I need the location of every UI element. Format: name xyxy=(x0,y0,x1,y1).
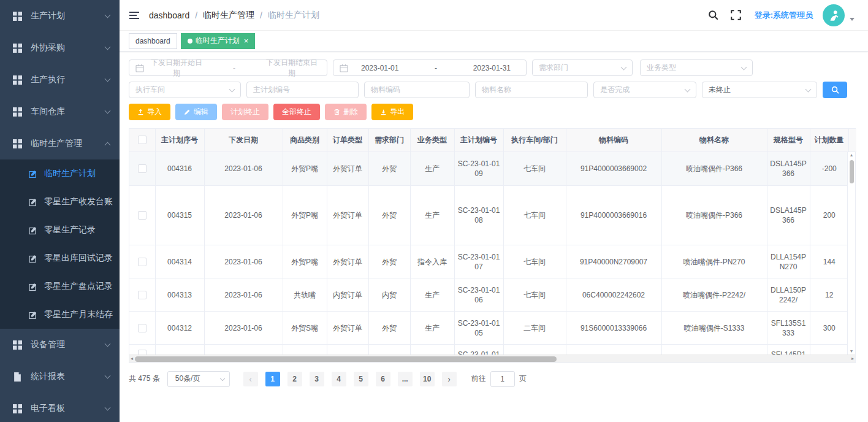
table-cell: 外贸 xyxy=(368,152,410,186)
scroll-down-icon[interactable]: ▾ xyxy=(850,348,853,355)
sidebar-item-sporadic-production-record[interactable]: 零星生产记录 xyxy=(0,216,120,244)
table-cell: 生产 xyxy=(410,186,454,245)
fullscreen-icon[interactable] xyxy=(731,10,741,20)
row-checkbox[interactable] xyxy=(138,350,147,355)
sidebar-item-label: 临时生产计划 xyxy=(44,168,120,179)
horizontal-scrollbar[interactable]: ◂ ▸ xyxy=(129,355,855,363)
sidebar-item-sporadic-outbound-record[interactable]: 零星出库回试记录 xyxy=(0,244,120,272)
avatar[interactable] xyxy=(823,4,845,26)
breadcrumb-temp-production-mgmt[interactable]: 临时生产管理 xyxy=(203,10,254,21)
table-cell: SC-23-01-01 xyxy=(454,345,503,355)
caret-down-icon[interactable] xyxy=(850,18,855,21)
scroll-left-icon[interactable]: ◂ xyxy=(131,356,133,361)
sidebar-item-sporadic-month-end-balance[interactable]: 零星生产月末结存 xyxy=(0,301,120,329)
termination-select[interactable]: 未终止 xyxy=(702,82,817,98)
sidebar-item-statistics-reports[interactable]: 统计报表 xyxy=(0,361,120,393)
sidebar-item-production-plan[interactable]: 生产计划 xyxy=(0,0,120,32)
next-page-button[interactable]: › xyxy=(442,372,457,386)
sidebar-item-label: 设备管理 xyxy=(31,339,105,350)
page-button-5[interactable]: 5 xyxy=(354,372,368,386)
sidebar-item-temp-production-plan[interactable]: 临时生产计划 xyxy=(0,159,120,188)
goto-suffix: 页 xyxy=(519,374,527,384)
sidebar-item-workshop-warehouse[interactable]: 车间仓库 xyxy=(0,96,120,128)
row-checkbox[interactable] xyxy=(138,324,147,332)
grid-icon xyxy=(13,44,22,53)
search-icon xyxy=(831,86,839,94)
dispatch-date-range-picker[interactable]: 下发日期开始日期 - 下发日期结束日期 xyxy=(129,59,327,76)
close-icon[interactable]: × xyxy=(244,37,249,45)
table-cell: DLLA154PN270 xyxy=(767,245,810,278)
search-button[interactable] xyxy=(823,82,847,98)
column-header: 执行车间/部门 xyxy=(503,129,566,152)
demand-dept-select[interactable]: 需求部门 xyxy=(532,59,633,76)
tab-dashboard[interactable]: dashboard xyxy=(129,33,177,49)
edit-button[interactable]: 编辑 xyxy=(175,104,217,120)
page-button-4[interactable]: 4 xyxy=(332,372,346,386)
table-cell xyxy=(810,345,848,355)
grid-icon xyxy=(13,340,22,350)
table-cell: 外贸订单 xyxy=(327,186,368,245)
goto-page-input[interactable] xyxy=(490,371,515,387)
page-button-6[interactable]: 6 xyxy=(376,372,390,386)
sidebar-item-temp-production-mgmt[interactable]: 临时生产管理 xyxy=(0,128,120,159)
terminate-all-button[interactable]: 全部终止 xyxy=(273,104,320,120)
page-button-2[interactable]: 2 xyxy=(287,372,302,386)
sidebar-item-label: 零星生产记录 xyxy=(44,224,120,236)
app-root: 生产计划 外协采购 生产执行 车间仓库 临时生产管理 临时生产计划 xyxy=(0,0,868,422)
material-code-input[interactable]: 物料编码 xyxy=(364,82,470,98)
table-cell: 12 xyxy=(810,278,848,312)
page-button-3[interactable]: 3 xyxy=(310,372,324,386)
sidebar-item-label: 外协采购 xyxy=(31,42,105,53)
select-all-checkbox[interactable] xyxy=(138,136,147,144)
vertical-scrollbar[interactable]: ▴ ▾ xyxy=(847,152,855,355)
page-button-1[interactable]: 1 xyxy=(265,372,280,386)
button-label: 删除 xyxy=(343,107,358,117)
calendar-icon xyxy=(135,64,144,72)
prev-page-button[interactable]: ‹ xyxy=(243,372,258,386)
sidebar-item-production-execution[interactable]: 生产执行 xyxy=(0,64,120,96)
row-select-cell xyxy=(129,278,155,312)
more-pages-button[interactable]: ... xyxy=(398,372,413,386)
scroll-right-icon[interactable]: ▸ xyxy=(851,356,854,361)
page-button-10[interactable]: 10 xyxy=(420,372,435,386)
sidebar-item-outsourcing-purchase[interactable]: 外协采购 xyxy=(0,32,120,64)
row-checkbox[interactable] xyxy=(138,211,147,220)
table-body-viewport: 0043162023-01-06外贸P嘴外贸订单外贸生产SC-23-01-010… xyxy=(129,152,855,355)
plan-terminate-button[interactable]: 计划终止 xyxy=(222,104,268,120)
table-cell: 91P4000003669002 xyxy=(566,152,661,186)
is-completed-select[interactable]: 是否完成 xyxy=(593,82,696,98)
search-icon[interactable] xyxy=(708,10,718,20)
table-cell: 外贸P嘴 xyxy=(283,152,327,186)
scroll-up-icon[interactable]: ▴ xyxy=(850,152,853,158)
hamburger-icon[interactable] xyxy=(129,12,139,19)
sidebar-item-sporadic-receipt-ledger[interactable]: 零星生产收发台账 xyxy=(0,188,120,216)
business-type-select[interactable]: 业务类型 xyxy=(640,59,753,76)
material-name-input[interactable]: 物料名称 xyxy=(475,82,588,98)
row-checkbox[interactable] xyxy=(138,291,147,299)
content: 下发日期开始日期 - 下发日期结束日期 2023-01-01 - 2023-01… xyxy=(120,52,868,387)
horizontal-scroll-thumb[interactable] xyxy=(135,356,557,362)
sidebar-item-sporadic-stocktake-record[interactable]: 零星生产盘点记录 xyxy=(0,272,120,301)
plan-no-input[interactable]: 主计划编号 xyxy=(246,82,359,98)
workshop-select[interactable]: 执行车间 xyxy=(129,82,241,98)
export-button[interactable]: 导出 xyxy=(371,104,413,120)
table-cell: SC-23-01-0109 xyxy=(454,152,503,186)
table-header-row: 主计划序号 下发日期 商品类别 订单类型 需求部门 业务类型 主计划编号 执行车… xyxy=(129,129,856,152)
table-row: 0043132023-01-06共轨嘴内贸订单内贸生产SC-23-01-0106… xyxy=(129,278,848,312)
sidebar-item-equipment-mgmt[interactable]: 设备管理 xyxy=(0,329,120,361)
row-select-cell xyxy=(129,312,155,345)
tab-temp-production-plan[interactable]: 临时生产计划 × xyxy=(181,33,256,49)
row-checkbox[interactable] xyxy=(138,258,147,266)
page-size-select[interactable]: 50条/页 xyxy=(167,371,230,387)
breadcrumb-dashboard[interactable]: dashboard xyxy=(149,10,189,20)
sidebar-item-electronic-board[interactable]: 电子看板 xyxy=(0,393,120,422)
delete-button[interactable]: 删除 xyxy=(325,104,367,120)
row-checkbox[interactable] xyxy=(138,164,147,173)
vertical-scroll-thumb[interactable] xyxy=(850,160,854,183)
login-label[interactable]: 登录:系统管理员 xyxy=(755,10,813,21)
create-date-range-picker[interactable]: 2023-01-01 - 2023-01-31 xyxy=(333,59,527,76)
table-cell xyxy=(155,345,204,355)
grid-icon xyxy=(13,404,22,413)
table-cell: 91P4000003669016 xyxy=(566,186,661,245)
import-button[interactable]: 导入 xyxy=(129,104,170,120)
